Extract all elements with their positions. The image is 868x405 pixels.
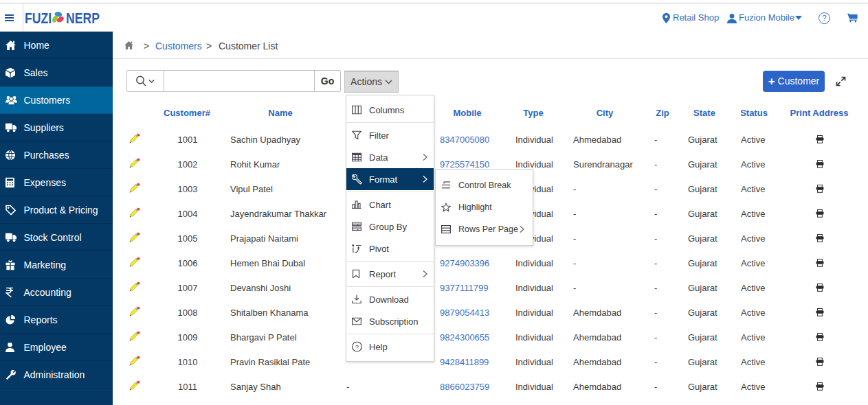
svg-text:?: ? xyxy=(355,343,359,351)
